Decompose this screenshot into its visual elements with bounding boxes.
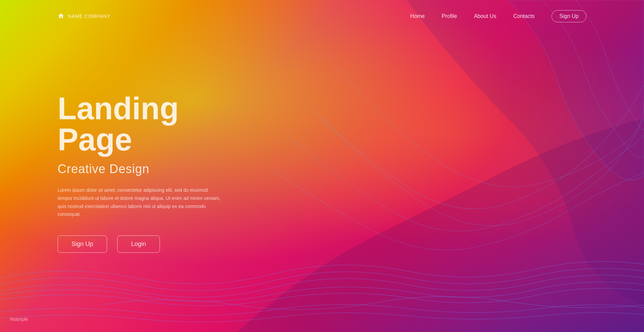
hero-section: NAME COMPANY Home Profile About Us Conta… (0, 0, 644, 332)
hero-login-button[interactable]: Login (117, 235, 160, 253)
home-icon (58, 13, 64, 20)
nav-signup-button[interactable]: Sign Up (552, 10, 586, 22)
hero-buttons: Sign Up Login (58, 235, 247, 253)
navbar: NAME COMPANY Home Profile About Us Conta… (0, 0, 644, 33)
hero-body-text: Lorem ipsum dolor sit amet, consectetur … (58, 186, 224, 219)
hashtag-label: #sample (10, 316, 28, 322)
nav-links: Home Profile About Us Contacts Sign Up (410, 10, 586, 22)
nav-home-link[interactable]: Home (410, 13, 425, 19)
brand-name: NAME COMPANY (68, 14, 110, 19)
nav-contacts-link[interactable]: Contacts (513, 13, 535, 19)
nav-profile-link[interactable]: Profile (442, 13, 457, 19)
hero-title: Landing Page (58, 93, 247, 155)
hero-subtitle: Creative Design (58, 162, 247, 176)
nav-about-link[interactable]: About Us (474, 13, 496, 19)
hero-signup-button[interactable]: Sign Up (58, 235, 107, 253)
brand: NAME COMPANY (58, 13, 110, 20)
hero-content: Landing Page Creative Design Lorem ipsum… (58, 93, 247, 253)
